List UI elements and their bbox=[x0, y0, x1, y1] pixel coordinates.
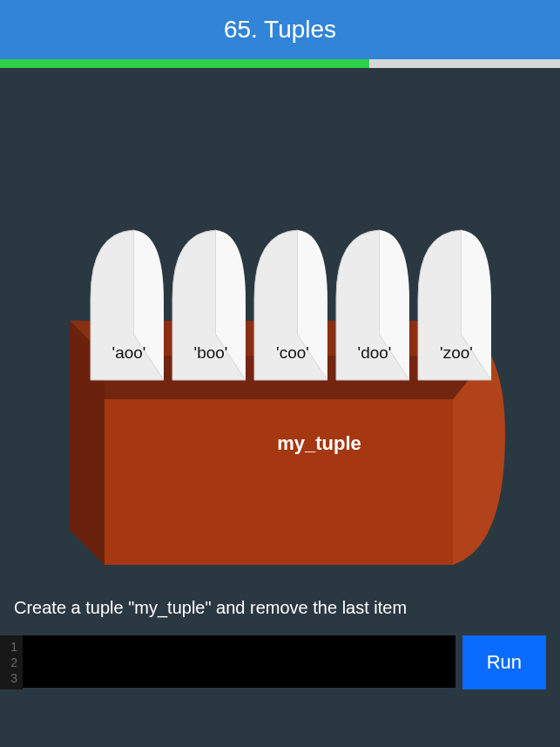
tuple-card-label: 'aoo' bbox=[89, 343, 165, 363]
tuple-card-label: 'boo' bbox=[171, 343, 247, 363]
illustration-canvas: 'aoo' 'boo' 'coo' 'doo' 'zoo' my_tuple bbox=[0, 68, 560, 591]
line-number-gutter: 1 2 3 bbox=[0, 635, 23, 689]
line-number: 3 bbox=[7, 670, 17, 686]
line-number: 1 bbox=[7, 639, 17, 655]
line-number: 2 bbox=[7, 655, 17, 670]
tuple-card-label: 'zoo' bbox=[416, 343, 493, 363]
tuple-card-3: 'doo' bbox=[334, 227, 411, 382]
instruction-text: Create a tuple "my_tuple" and remove the… bbox=[0, 591, 560, 630]
page-title: 65. Tuples bbox=[224, 16, 336, 43]
code-input[interactable] bbox=[23, 635, 455, 688]
page-header: 65. Tuples bbox=[0, 0, 560, 59]
tuple-card-label: 'doo' bbox=[334, 343, 411, 363]
svg-rect-0 bbox=[105, 399, 453, 565]
tuple-card-0: 'aoo' bbox=[89, 227, 165, 382]
run-button[interactable]: Run bbox=[462, 635, 546, 689]
tuple-card-1: 'boo' bbox=[171, 227, 247, 382]
progress-fill bbox=[0, 59, 369, 68]
progress-bar bbox=[0, 59, 560, 68]
tuple-name-label: my_tuple bbox=[0, 432, 560, 455]
tuple-card-4: 'zoo' bbox=[416, 227, 493, 382]
tuple-card-2: 'coo' bbox=[253, 227, 329, 382]
tuple-card-label: 'coo' bbox=[253, 343, 329, 363]
code-editor-row: 1 2 3 Run bbox=[0, 635, 560, 689]
